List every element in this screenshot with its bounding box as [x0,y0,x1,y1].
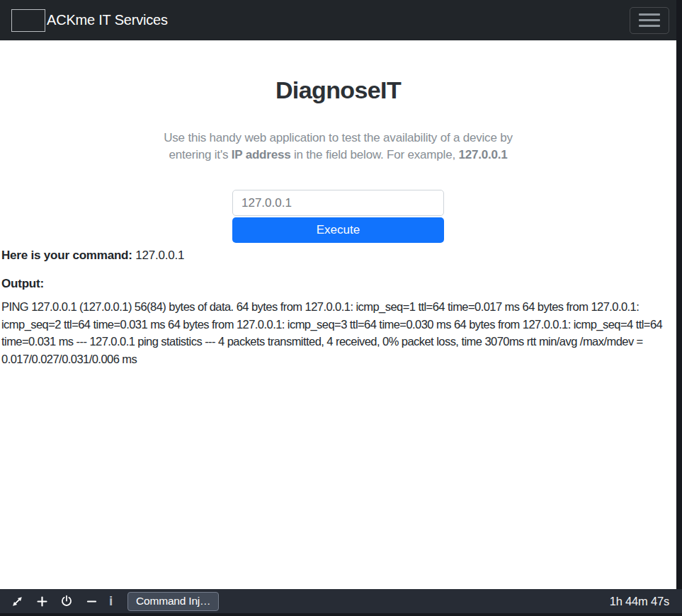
command-value: 127.0.0.1 [135,249,184,262]
bottom-taskbar: i Command Inj… 1h 44m 47s [0,589,682,613]
minus-icon[interactable] [84,594,98,608]
expand-icon[interactable] [10,594,24,608]
session-timer: 1h 44m 47s [610,595,669,608]
hamburger-icon [639,13,660,16]
description-line2-mid: in the field below. For example, [290,148,458,161]
brand-label: ACKme IT Services [47,12,168,28]
plus-icon[interactable] [35,594,49,608]
command-line: Here is your command: 127.0.0.1 [1,247,676,264]
top-navbar: ACKme IT Services [0,0,676,40]
navbar-toggler-button[interactable] [630,7,669,34]
ip-address-input[interactable] [232,190,444,216]
description-line1: Use this handy web application to test t… [164,131,513,144]
navbar-brand[interactable]: ACKme IT Services [11,9,168,32]
output-label: Output: [1,275,676,292]
command-label: Here is your command: [1,249,132,262]
page-title: DiagnoseIT [0,77,676,103]
execute-button[interactable]: Execute [232,217,444,243]
description-line2-pre: entering it's [169,148,231,161]
broken-logo-image-icon [11,9,45,32]
ping-output-text: PING 127.0.0.1 (127.0.0.1) 56(84) bytes … [1,298,675,367]
info-icon[interactable]: i [109,593,113,609]
power-icon[interactable] [59,594,74,608]
description-example-ip-bold: 127.0.0.1 [458,148,507,161]
main-content: DiagnoseIT Use this handy web applicatio… [0,40,676,589]
diagnose-form: Execute [232,190,444,243]
description-ip-address-bold: IP address [232,148,291,161]
description-text: Use this handy web application to test t… [0,130,676,164]
challenge-name-button[interactable]: Command Inj… [127,592,219,611]
